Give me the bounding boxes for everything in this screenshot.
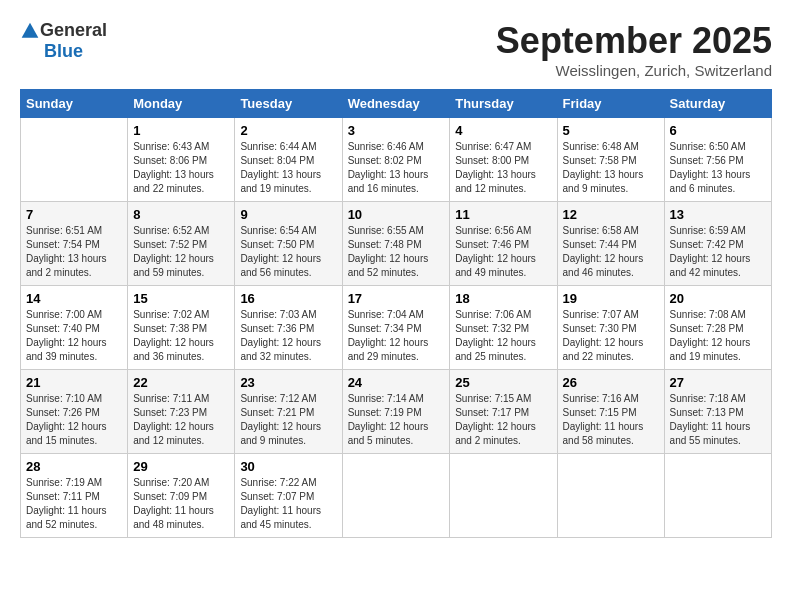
calendar-cell: 23Sunrise: 7:12 AM Sunset: 7:21 PM Dayli… [235,370,342,454]
cell-content: 19Sunrise: 7:07 AM Sunset: 7:30 PM Dayli… [563,291,659,364]
day-number: 23 [240,375,336,390]
cell-content: 11Sunrise: 6:56 AM Sunset: 7:46 PM Dayli… [455,207,551,280]
day-number: 3 [348,123,445,138]
header: General Blue September 2025 Weisslingen,… [20,20,772,79]
day-number: 16 [240,291,336,306]
day-detail: Sunrise: 7:07 AM Sunset: 7:30 PM Dayligh… [563,308,659,364]
svg-marker-0 [22,22,39,37]
day-number: 1 [133,123,229,138]
day-number: 8 [133,207,229,222]
day-number: 13 [670,207,766,222]
day-detail: Sunrise: 6:44 AM Sunset: 8:04 PM Dayligh… [240,140,336,196]
logo: General Blue [20,20,107,62]
day-number: 24 [348,375,445,390]
calendar-cell: 10Sunrise: 6:55 AM Sunset: 7:48 PM Dayli… [342,202,450,286]
month-title: September 2025 [496,20,772,62]
cell-content: 10Sunrise: 6:55 AM Sunset: 7:48 PM Dayli… [348,207,445,280]
calendar-cell: 25Sunrise: 7:15 AM Sunset: 7:17 PM Dayli… [450,370,557,454]
day-detail: Sunrise: 6:56 AM Sunset: 7:46 PM Dayligh… [455,224,551,280]
header-sunday: Sunday [21,90,128,118]
header-tuesday: Tuesday [235,90,342,118]
day-number: 2 [240,123,336,138]
day-detail: Sunrise: 7:16 AM Sunset: 7:15 PM Dayligh… [563,392,659,448]
day-number: 11 [455,207,551,222]
calendar-cell: 16Sunrise: 7:03 AM Sunset: 7:36 PM Dayli… [235,286,342,370]
day-detail: Sunrise: 6:50 AM Sunset: 7:56 PM Dayligh… [670,140,766,196]
calendar-cell: 17Sunrise: 7:04 AM Sunset: 7:34 PM Dayli… [342,286,450,370]
calendar-cell: 24Sunrise: 7:14 AM Sunset: 7:19 PM Dayli… [342,370,450,454]
calendar-cell: 4Sunrise: 6:47 AM Sunset: 8:00 PM Daylig… [450,118,557,202]
cell-content: 2Sunrise: 6:44 AM Sunset: 8:04 PM Daylig… [240,123,336,196]
day-detail: Sunrise: 6:55 AM Sunset: 7:48 PM Dayligh… [348,224,445,280]
calendar-cell [342,454,450,538]
week-row-1: 1Sunrise: 6:43 AM Sunset: 8:06 PM Daylig… [21,118,772,202]
cell-content: 21Sunrise: 7:10 AM Sunset: 7:26 PM Dayli… [26,375,122,448]
day-number: 7 [26,207,122,222]
calendar-cell: 29Sunrise: 7:20 AM Sunset: 7:09 PM Dayli… [128,454,235,538]
day-detail: Sunrise: 6:58 AM Sunset: 7:44 PM Dayligh… [563,224,659,280]
day-number: 12 [563,207,659,222]
cell-content: 24Sunrise: 7:14 AM Sunset: 7:19 PM Dayli… [348,375,445,448]
calendar-cell: 9Sunrise: 6:54 AM Sunset: 7:50 PM Daylig… [235,202,342,286]
day-number: 21 [26,375,122,390]
calendar-cell: 1Sunrise: 6:43 AM Sunset: 8:06 PM Daylig… [128,118,235,202]
day-number: 15 [133,291,229,306]
day-detail: Sunrise: 7:12 AM Sunset: 7:21 PM Dayligh… [240,392,336,448]
logo-general-text: General [40,20,107,41]
day-detail: Sunrise: 6:47 AM Sunset: 8:00 PM Dayligh… [455,140,551,196]
calendar-cell: 14Sunrise: 7:00 AM Sunset: 7:40 PM Dayli… [21,286,128,370]
day-detail: Sunrise: 7:22 AM Sunset: 7:07 PM Dayligh… [240,476,336,532]
week-row-5: 28Sunrise: 7:19 AM Sunset: 7:11 PM Dayli… [21,454,772,538]
cell-content: 28Sunrise: 7:19 AM Sunset: 7:11 PM Dayli… [26,459,122,532]
header-monday: Monday [128,90,235,118]
day-detail: Sunrise: 7:10 AM Sunset: 7:26 PM Dayligh… [26,392,122,448]
cell-content: 13Sunrise: 6:59 AM Sunset: 7:42 PM Dayli… [670,207,766,280]
day-number: 30 [240,459,336,474]
day-number: 25 [455,375,551,390]
week-row-4: 21Sunrise: 7:10 AM Sunset: 7:26 PM Dayli… [21,370,772,454]
day-detail: Sunrise: 7:19 AM Sunset: 7:11 PM Dayligh… [26,476,122,532]
day-number: 5 [563,123,659,138]
cell-content: 20Sunrise: 7:08 AM Sunset: 7:28 PM Dayli… [670,291,766,364]
calendar-cell: 11Sunrise: 6:56 AM Sunset: 7:46 PM Dayli… [450,202,557,286]
day-detail: Sunrise: 6:51 AM Sunset: 7:54 PM Dayligh… [26,224,122,280]
day-number: 14 [26,291,122,306]
cell-content: 8Sunrise: 6:52 AM Sunset: 7:52 PM Daylig… [133,207,229,280]
calendar-cell: 6Sunrise: 6:50 AM Sunset: 7:56 PM Daylig… [664,118,771,202]
cell-content: 16Sunrise: 7:03 AM Sunset: 7:36 PM Dayli… [240,291,336,364]
day-detail: Sunrise: 6:54 AM Sunset: 7:50 PM Dayligh… [240,224,336,280]
calendar-cell [21,118,128,202]
logo-blue-text: Blue [44,41,83,61]
cell-content: 12Sunrise: 6:58 AM Sunset: 7:44 PM Dayli… [563,207,659,280]
calendar-cell: 21Sunrise: 7:10 AM Sunset: 7:26 PM Dayli… [21,370,128,454]
calendar-header-row: SundayMondayTuesdayWednesdayThursdayFrid… [21,90,772,118]
cell-content: 27Sunrise: 7:18 AM Sunset: 7:13 PM Dayli… [670,375,766,448]
day-detail: Sunrise: 6:52 AM Sunset: 7:52 PM Dayligh… [133,224,229,280]
calendar-cell: 8Sunrise: 6:52 AM Sunset: 7:52 PM Daylig… [128,202,235,286]
calendar-cell: 20Sunrise: 7:08 AM Sunset: 7:28 PM Dayli… [664,286,771,370]
cell-content: 18Sunrise: 7:06 AM Sunset: 7:32 PM Dayli… [455,291,551,364]
day-number: 27 [670,375,766,390]
calendar-cell [664,454,771,538]
cell-content: 6Sunrise: 6:50 AM Sunset: 7:56 PM Daylig… [670,123,766,196]
day-number: 17 [348,291,445,306]
title-area: September 2025 Weisslingen, Zurich, Swit… [496,20,772,79]
calendar-cell: 18Sunrise: 7:06 AM Sunset: 7:32 PM Dayli… [450,286,557,370]
day-number: 10 [348,207,445,222]
calendar-cell: 30Sunrise: 7:22 AM Sunset: 7:07 PM Dayli… [235,454,342,538]
calendar-cell: 27Sunrise: 7:18 AM Sunset: 7:13 PM Dayli… [664,370,771,454]
general-blue-icon [20,21,40,41]
calendar-cell [450,454,557,538]
calendar-cell: 7Sunrise: 6:51 AM Sunset: 7:54 PM Daylig… [21,202,128,286]
day-number: 20 [670,291,766,306]
day-number: 19 [563,291,659,306]
calendar-cell [557,454,664,538]
day-number: 4 [455,123,551,138]
calendar-cell: 15Sunrise: 7:02 AM Sunset: 7:38 PM Dayli… [128,286,235,370]
day-detail: Sunrise: 6:43 AM Sunset: 8:06 PM Dayligh… [133,140,229,196]
day-number: 9 [240,207,336,222]
day-detail: Sunrise: 7:11 AM Sunset: 7:23 PM Dayligh… [133,392,229,448]
day-detail: Sunrise: 7:15 AM Sunset: 7:17 PM Dayligh… [455,392,551,448]
day-detail: Sunrise: 6:46 AM Sunset: 8:02 PM Dayligh… [348,140,445,196]
calendar-cell: 19Sunrise: 7:07 AM Sunset: 7:30 PM Dayli… [557,286,664,370]
